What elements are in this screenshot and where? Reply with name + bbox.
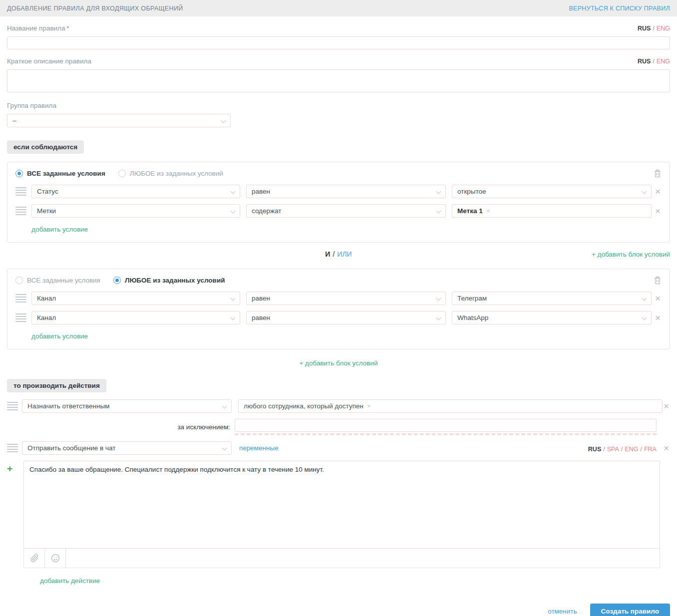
add-condition-link[interactable]: добавить условие — [31, 226, 88, 233]
radio-any-conditions[interactable]: ЛЮБОЕ из заданных условий — [113, 277, 225, 284]
condition-value-select[interactable]: WhatsApp — [452, 311, 652, 324]
condition-field-select[interactable]: Статус — [31, 185, 240, 198]
condition-operator-select[interactable]: равен — [246, 292, 446, 305]
message-toolbar — [23, 549, 660, 568]
action-type-select[interactable]: Отправить сообщение в чат — [22, 441, 232, 455]
chevron-down-icon — [221, 118, 226, 123]
remove-action-button[interactable]: × — [663, 443, 670, 453]
plus-icon[interactable]: + — [7, 463, 12, 474]
lang-eng[interactable]: ENG — [657, 25, 670, 32]
add-action-link[interactable]: добавить действие — [40, 577, 100, 585]
cancel-button[interactable]: отменить — [548, 608, 577, 615]
rule-desc-lang-toggle: RUS/ENG — [638, 58, 670, 65]
condition-field-select[interactable]: Канал — [31, 311, 240, 324]
chevron-down-icon — [642, 189, 647, 194]
lang-fra[interactable]: FRA — [644, 446, 657, 453]
add-condition-link[interactable]: добавить условие — [31, 332, 88, 340]
lang-rus[interactable]: RUS — [638, 25, 651, 32]
remove-tag-button[interactable]: × — [486, 207, 490, 215]
delete-block-button[interactable] — [653, 276, 662, 285]
drag-handle-icon[interactable] — [15, 206, 26, 216]
rule-desc-label: Краткое описание правила — [7, 57, 91, 65]
remove-condition-button[interactable]: × — [654, 187, 662, 196]
add-condition-block-link[interactable]: + добавить блок условий — [299, 359, 377, 367]
drop-placeholder — [235, 433, 657, 435]
lang-eng[interactable]: ENG — [657, 58, 670, 65]
condition-value-select[interactable]: Телеграм — [452, 292, 652, 305]
condition-operator-select[interactable]: содержат — [246, 204, 446, 218]
remove-condition-button[interactable]: × — [654, 313, 662, 322]
action-row-assign: Назначить ответственным любого сотрудник… — [7, 399, 670, 413]
radio-any-conditions[interactable]: ЛЮБОЕ из заданных условий — [118, 170, 223, 177]
chevron-down-icon — [436, 296, 441, 301]
tag-label: любого сотрудника, который доступен — [244, 402, 363, 410]
delete-block-button[interactable] — [653, 169, 662, 178]
message-editor: + Спасибо за ваше обращение. Специалист … — [7, 461, 670, 585]
condition-row: Статус равен открытое × — [15, 185, 662, 198]
chevron-down-icon — [436, 189, 441, 194]
condition-operator-select[interactable]: равен — [246, 311, 446, 324]
remove-tag-button[interactable]: × — [367, 402, 371, 410]
rule-group-select[interactable]: – — [7, 114, 231, 127]
rule-desc-input[interactable] — [7, 69, 670, 92]
joiner-and[interactable]: И — [325, 250, 330, 258]
drag-handle-icon[interactable] — [15, 187, 26, 197]
drag-handle-icon[interactable] — [7, 443, 18, 453]
drag-handle-icon[interactable] — [7, 401, 18, 411]
chevron-down-icon — [231, 189, 236, 194]
radio-all-conditions[interactable]: ВСЕ заданные условия — [15, 277, 100, 284]
chevron-down-icon — [642, 296, 647, 301]
condition-value-select[interactable]: открытое — [452, 185, 652, 198]
condition-row: Канал равен Телеграм × — [15, 292, 662, 305]
block-joiner: И/ИЛИ + добавить блок условий — [7, 250, 670, 261]
lang-rus[interactable]: RUS — [588, 446, 601, 453]
chevron-down-icon — [231, 315, 236, 320]
rule-name-lang-toggle: RUS/ENG — [638, 25, 670, 32]
drag-handle-icon[interactable] — [15, 313, 26, 323]
message-text-input[interactable]: Спасибо за ваше обращение. Специалист по… — [23, 461, 660, 549]
form-content: Название правила* RUS/ENG Краткое описан… — [0, 24, 677, 616]
remove-condition-button[interactable]: × — [654, 294, 662, 303]
remove-action-button[interactable]: × — [663, 401, 670, 411]
back-to-rules-link[interactable]: ВЕРНУТЬСЯ К СПИСКУ ПРАВИЛ — [569, 5, 670, 12]
condition-field-select[interactable]: Метки — [31, 204, 240, 218]
chevron-down-icon — [222, 404, 227, 409]
page-title: ДОБАВЛЕНИЕ ПРАВИЛА ДЛЯ ВХОДЯЩИХ ОБРАЩЕНИ… — [7, 5, 183, 12]
variables-link[interactable]: переменные — [239, 444, 279, 452]
except-input[interactable] — [235, 419, 657, 432]
chevron-down-icon — [436, 209, 441, 214]
joiner-or[interactable]: ИЛИ — [337, 250, 351, 258]
tag-label: Метка 1 — [457, 207, 483, 215]
create-rule-button[interactable]: Создать правило — [590, 604, 670, 616]
attach-file-button[interactable] — [24, 549, 45, 568]
form-footer: отменить Создать правило — [7, 604, 670, 616]
chevron-down-icon — [222, 446, 227, 451]
condition-block-1: ВСЕ заданные условия ЛЮБОЕ из заданных у… — [7, 162, 670, 243]
condition-operator-select[interactable]: равен — [246, 185, 446, 198]
chevron-down-icon — [436, 315, 441, 320]
remove-condition-button[interactable]: × — [654, 206, 662, 216]
drag-handle-icon[interactable] — [15, 294, 26, 304]
radio-unselected-icon — [118, 170, 126, 177]
lang-rus[interactable]: RUS — [638, 58, 651, 65]
condition-row: Канал равен WhatsApp × — [15, 311, 662, 324]
condition-block-2: ВСЕ заданные условия ЛЮБОЕ из заданных у… — [7, 269, 670, 349]
lang-spa[interactable]: SPA — [607, 446, 619, 453]
action-type-select[interactable]: Назначить ответственным — [22, 399, 232, 413]
radio-unselected-icon — [15, 277, 23, 284]
assign-value-tags[interactable]: любого сотрудника, который доступен × — [238, 399, 663, 413]
except-label: за исключением: — [7, 423, 235, 431]
emoji-button[interactable] — [45, 549, 66, 568]
add-condition-block-link[interactable]: + добавить блок условий — [592, 251, 670, 258]
trash-icon — [653, 276, 662, 285]
rule-name-input[interactable] — [7, 36, 670, 49]
lang-eng[interactable]: ENG — [625, 446, 638, 453]
rule-name-label: Название правила* — [7, 24, 69, 32]
condition-field-select[interactable]: Канал — [31, 292, 240, 305]
radio-selected-icon — [15, 170, 23, 177]
condition-value-tags[interactable]: Метка 1 × — [452, 204, 652, 218]
required-asterisk: * — [67, 24, 69, 32]
top-bar: ДОБАВЛЕНИЕ ПРАВИЛА ДЛЯ ВХОДЯЩИХ ОБРАЩЕНИ… — [0, 0, 677, 16]
chevron-down-icon — [231, 296, 236, 301]
radio-all-conditions[interactable]: ВСЕ заданные условия — [15, 170, 105, 177]
